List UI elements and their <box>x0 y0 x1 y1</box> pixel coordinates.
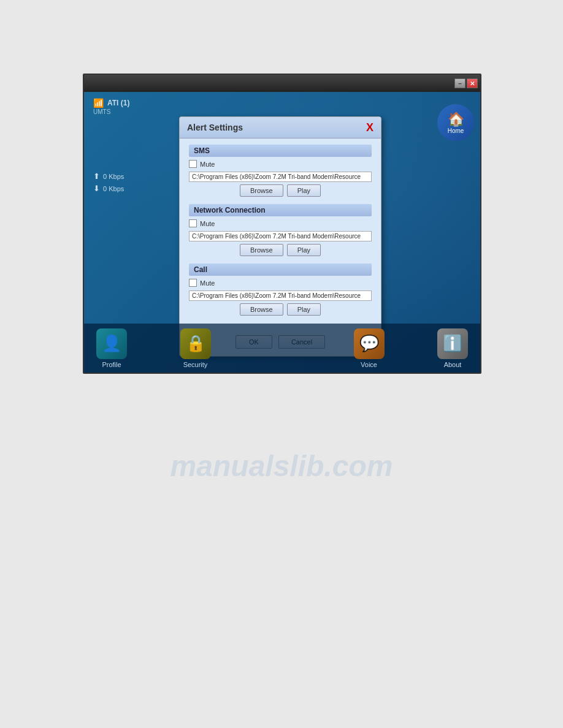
sms-mute-row: Mute <box>189 160 372 168</box>
sms-section: SMS Mute Browse Play <box>189 145 372 197</box>
title-bar: – ✕ <box>84 75 480 92</box>
sms-mute-label: Mute <box>200 161 215 168</box>
call-mute-row: Mute <box>189 279 372 287</box>
network-play-button[interactable]: Play <box>287 244 321 256</box>
call-mute-label: Mute <box>200 279 215 287</box>
dialog-title-bar: Alert Settings X <box>180 117 381 138</box>
nav-item-security[interactable]: 🔒 Security <box>174 328 217 368</box>
network-browse-button[interactable]: Browse <box>240 244 283 256</box>
minimize-button[interactable]: – <box>454 78 465 88</box>
network-path-input[interactable] <box>189 231 372 241</box>
voice-label: Voice <box>361 361 377 368</box>
sms-mute-checkbox[interactable] <box>189 160 197 168</box>
voice-icon: 💬 <box>354 328 385 359</box>
sms-play-button[interactable]: Play <box>287 184 321 197</box>
about-icon: ℹ️ <box>437 328 468 359</box>
sms-path-input[interactable] <box>189 172 372 182</box>
about-label: About <box>444 361 462 368</box>
network-mute-label: Mute <box>200 220 215 227</box>
nav-item-about[interactable]: ℹ️ About <box>431 328 474 368</box>
sms-browse-button[interactable]: Browse <box>240 184 283 197</box>
network-mute-checkbox[interactable] <box>189 219 197 227</box>
profile-icon-symbol: 👤 <box>102 334 121 353</box>
security-icon-symbol: 🔒 <box>186 334 205 353</box>
alert-settings-dialog: Alert Settings X SMS Mute Browse <box>179 116 381 357</box>
network-connection-section-header: Network Connection <box>189 204 372 216</box>
call-play-button[interactable]: Play <box>287 303 321 316</box>
network-connection-section: Network Connection Mute Browse Play <box>189 204 372 256</box>
close-button[interactable]: ✕ <box>467 78 478 88</box>
security-label: Security <box>183 361 208 368</box>
security-icon: 🔒 <box>180 328 211 359</box>
profile-label: Profile <box>102 361 121 368</box>
sms-section-header: SMS <box>189 145 372 157</box>
call-path-input[interactable] <box>189 290 372 301</box>
network-btn-row: Browse Play <box>189 244 372 256</box>
profile-icon: 👤 <box>96 328 127 359</box>
dialog-body: SMS Mute Browse Play Network Con <box>180 138 381 329</box>
voice-icon-symbol: 💬 <box>359 334 379 353</box>
network-mute-row: Mute <box>189 219 372 227</box>
app-window: – ✕ 📶 ATI (1) UMTS ⬆ 0 Kbps ⬇ 0 Kbps <box>83 74 481 374</box>
title-bar-controls: – ✕ <box>454 78 478 88</box>
app-background: 📶 ATI (1) UMTS ⬆ 0 Kbps ⬇ 0 Kbps 🏠 Home <box>84 92 480 373</box>
call-section: Call Mute Browse Play <box>189 264 372 316</box>
about-icon-symbol: ℹ️ <box>443 334 462 353</box>
call-mute-checkbox[interactable] <box>189 279 197 287</box>
call-btn-row: Browse Play <box>189 303 372 316</box>
sms-btn-row: Browse Play <box>189 184 372 197</box>
watermark: manualslib.com <box>170 449 393 483</box>
dialog-close-button[interactable]: X <box>366 122 373 133</box>
call-browse-button[interactable]: Browse <box>240 303 283 316</box>
nav-item-voice[interactable]: 💬 Voice <box>348 328 391 368</box>
dialog-title: Alert Settings <box>187 123 243 132</box>
bottom-nav: 👤 Profile 🔒 Security 💬 Voice ℹ️ <box>84 324 480 373</box>
nav-item-profile[interactable]: 👤 Profile <box>90 328 133 368</box>
call-section-header: Call <box>189 264 372 276</box>
